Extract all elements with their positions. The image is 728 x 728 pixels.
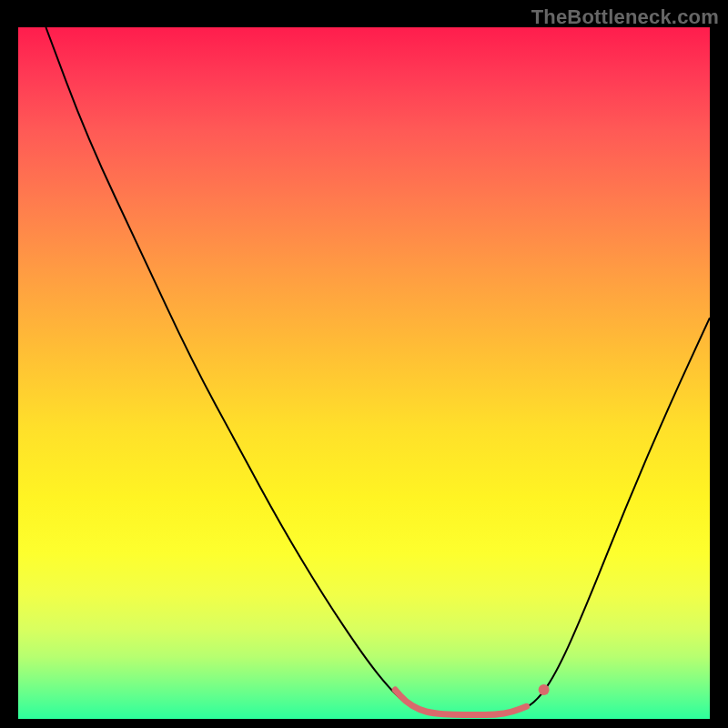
sweet-spot-curve [395, 690, 526, 714]
bottleneck-curve [46, 27, 710, 714]
watermark-text: TheBottleneck.com [531, 5, 719, 29]
chart-frame: TheBottleneck.com [0, 0, 728, 728]
plot-area [18, 27, 710, 719]
marker-dot [539, 684, 550, 695]
chart-svg [18, 27, 710, 719]
